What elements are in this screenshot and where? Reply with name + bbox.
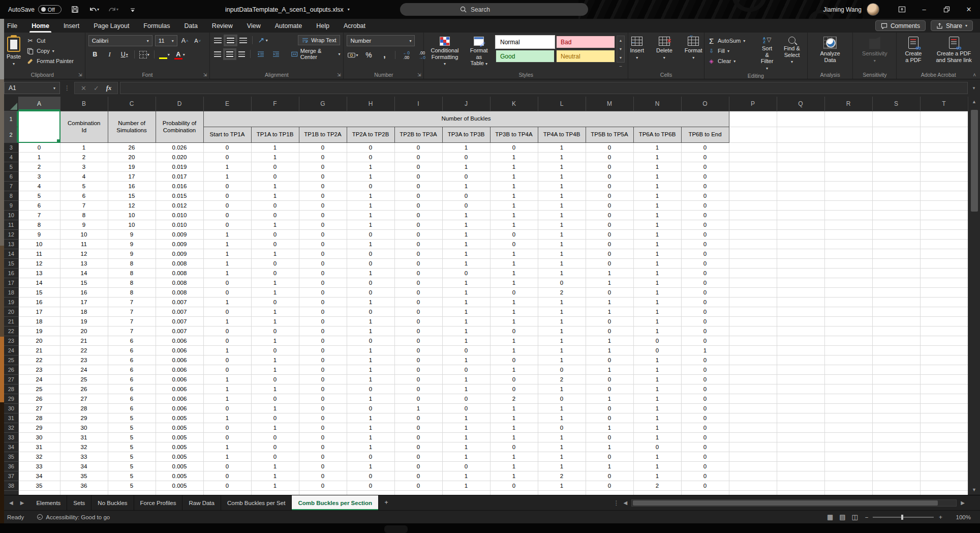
- empty-cell[interactable]: [824, 403, 872, 413]
- cell-buckles[interactable]: 1: [203, 452, 251, 461]
- empty-cell[interactable]: [824, 210, 872, 220]
- empty-cell[interactable]: [824, 249, 872, 258]
- cell-buckles[interactable]: 1: [251, 316, 299, 326]
- cell-buckles[interactable]: 0: [586, 181, 633, 191]
- row-header-12[interactable]: 12: [4, 229, 18, 239]
- cell-buckles[interactable]: 1: [538, 162, 586, 171]
- cell-buckles[interactable]: 0: [633, 345, 681, 355]
- cell-buckles[interactable]: 1: [251, 278, 299, 287]
- empty-cell[interactable]: [920, 278, 968, 287]
- cell-buckles[interactable]: 0: [586, 287, 633, 297]
- empty-cell[interactable]: [824, 481, 872, 490]
- cell-buckles[interactable]: 1: [442, 229, 490, 239]
- cell-buckles[interactable]: 1: [251, 365, 299, 374]
- empty-cell[interactable]: [920, 481, 968, 490]
- clear-button[interactable]: ◈Clear▾: [708, 56, 754, 66]
- column-header-k[interactable]: K: [490, 97, 538, 111]
- cell-buckles[interactable]: 0: [299, 181, 347, 191]
- empty-cell[interactable]: [920, 191, 968, 200]
- cell-index[interactable]: 5: [18, 191, 60, 200]
- cell-buckles[interactable]: 1: [633, 142, 681, 152]
- cell-simulations[interactable]: 5: [108, 413, 156, 423]
- cell-probability[interactable]: 0.006: [156, 336, 203, 345]
- row-header-33[interactable]: 33: [4, 432, 18, 442]
- row-header-14[interactable]: 14: [4, 249, 18, 258]
- cell-buckles[interactable]: 1: [633, 432, 681, 442]
- cell-buckles[interactable]: 0: [681, 384, 729, 394]
- cell-combination-id[interactable]: 26: [60, 384, 108, 394]
- cell-buckles[interactable]: 0: [347, 152, 394, 162]
- row-header-4[interactable]: 4: [4, 152, 18, 162]
- sheet-tab-elements[interactable]: Elements: [30, 495, 67, 510]
- cell-probability[interactable]: 0.006: [156, 384, 203, 394]
- cell-buckles[interactable]: 0: [394, 355, 442, 365]
- empty-cell[interactable]: [729, 336, 777, 345]
- cell-index[interactable]: 1: [18, 152, 60, 162]
- cell-simulations[interactable]: 5: [108, 452, 156, 461]
- zoom-percentage[interactable]: 100%: [951, 514, 971, 520]
- cell-buckles[interactable]: 1: [347, 413, 394, 423]
- empty-cell[interactable]: [920, 152, 968, 162]
- cell-combination-id[interactable]: 11: [60, 239, 108, 249]
- empty-cell[interactable]: [824, 268, 872, 278]
- cell-buckles[interactable]: 0: [347, 403, 394, 413]
- cell-buckles[interactable]: 1: [490, 423, 538, 432]
- empty-cell[interactable]: [824, 200, 872, 210]
- cell-buckles[interactable]: 0: [442, 365, 490, 374]
- empty-cell[interactable]: [872, 452, 920, 461]
- cell-buckles[interactable]: 1: [442, 471, 490, 481]
- empty-cell[interactable]: [920, 403, 968, 413]
- cell-buckles[interactable]: 0: [681, 355, 729, 365]
- cell-buckles[interactable]: 0: [347, 181, 394, 191]
- row-header-5[interactable]: 5: [4, 162, 18, 171]
- autosave-pill[interactable]: Off: [38, 5, 62, 14]
- empty-cell[interactable]: [872, 181, 920, 191]
- cell-index[interactable]: 12: [18, 258, 60, 268]
- empty-cell[interactable]: [729, 191, 777, 200]
- cell-buckles[interactable]: 0: [681, 413, 729, 423]
- cell-buckles[interactable]: 0: [251, 452, 299, 461]
- cell-buckles[interactable]: 0: [347, 481, 394, 490]
- cell-buckles[interactable]: 0: [394, 220, 442, 229]
- cell-buckles[interactable]: 2: [538, 287, 586, 297]
- empty-cell[interactable]: [920, 229, 968, 239]
- cell-combination-id[interactable]: 28: [60, 403, 108, 413]
- sheet-nav-right-icon[interactable]: ▶: [20, 500, 24, 506]
- empty-cell[interactable]: [872, 423, 920, 432]
- cell-buckles[interactable]: 0: [681, 162, 729, 171]
- cell-buckles[interactable]: 1: [490, 249, 538, 258]
- empty-cell[interactable]: [824, 355, 872, 365]
- cell-simulations[interactable]: 5: [108, 423, 156, 432]
- file-name[interactable]: inputDataTemplate_A_scen1_outputs.xlsx ▾: [225, 6, 350, 13]
- spreadsheet-grid[interactable]: ABCDEFGHIJKLMNOPQRST1CombinationIdNumber…: [4, 97, 968, 495]
- find-select-button[interactable]: Find &Select ▾: [780, 35, 804, 66]
- cell-buckles[interactable]: 0: [347, 278, 394, 287]
- empty-cell[interactable]: [824, 162, 872, 171]
- cell-buckles[interactable]: 1: [442, 423, 490, 432]
- cell-buckles[interactable]: 1: [633, 229, 681, 239]
- column-header-g[interactable]: G: [299, 97, 347, 111]
- cell-buckles[interactable]: 0: [203, 210, 251, 220]
- cell-probability[interactable]: 0.008: [156, 287, 203, 297]
- cell-buckles[interactable]: 0: [490, 481, 538, 490]
- expand-formula-bar-icon[interactable]: ▾: [968, 85, 980, 91]
- cell-buckles[interactable]: 0: [442, 394, 490, 403]
- cell-buckles[interactable]: 1: [347, 432, 394, 442]
- empty-cell[interactable]: [920, 345, 968, 355]
- cell-buckles[interactable]: 0: [299, 152, 347, 162]
- cell-buckles[interactable]: 0: [490, 142, 538, 152]
- empty-cell[interactable]: [920, 326, 968, 336]
- empty-cell[interactable]: [824, 336, 872, 345]
- empty-cell[interactable]: [872, 336, 920, 345]
- cell-buckles[interactable]: 1: [633, 316, 681, 326]
- collapse-ribbon-icon[interactable]: ˄: [973, 72, 976, 78]
- empty-cell[interactable]: [729, 326, 777, 336]
- cell-buckles[interactable]: 0: [347, 471, 394, 481]
- cell-buckles[interactable]: 0: [299, 287, 347, 297]
- empty-cell[interactable]: [872, 287, 920, 297]
- empty-cell[interactable]: [872, 384, 920, 394]
- cell-buckles[interactable]: 0: [681, 287, 729, 297]
- cell-buckles[interactable]: 0: [490, 355, 538, 365]
- cell-probability[interactable]: 0.006: [156, 345, 203, 355]
- cell-combination-id[interactable]: 19: [60, 316, 108, 326]
